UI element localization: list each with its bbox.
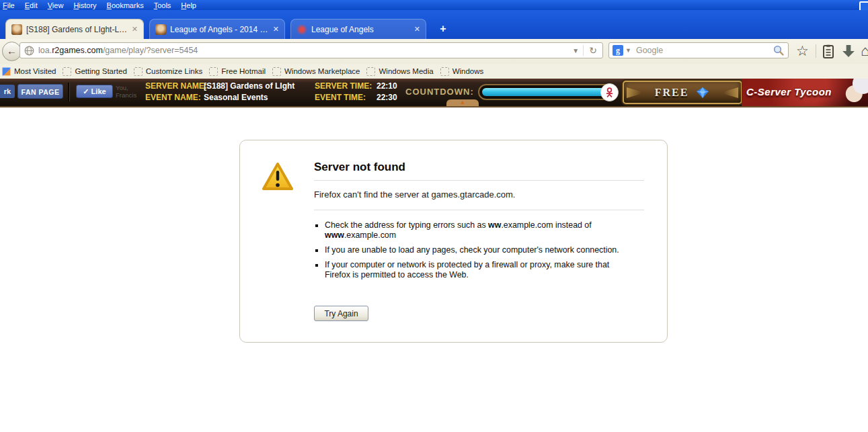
event-name-label: EVENT NAME:: [145, 93, 201, 102]
url-subdomain: loa.: [38, 46, 52, 55]
facebook-like-button[interactable]: ✓ Like: [76, 85, 113, 98]
event-name-value: Seasonal Events: [204, 93, 268, 102]
bookmark-customize-links[interactable]: Customize Links: [134, 67, 202, 76]
bookmark-label: Getting Started: [75, 67, 126, 75]
free-ornament-left: [627, 87, 641, 98]
toolbar-divider: [816, 44, 816, 58]
menu-file[interactable]: File: [3, 1, 15, 9]
google-engine-icon[interactable]: g: [613, 45, 623, 56]
bookmark-game-button-partial[interactable]: rk: [0, 85, 15, 98]
tab-league-of-angels[interactable]: League of Angels ✕: [290, 19, 426, 39]
free-diamonds-button[interactable]: FREE: [623, 81, 742, 104]
bookmark-placeholder-icon: [134, 67, 143, 76]
search-bar[interactable]: g ▼: [608, 42, 789, 58]
suggestion-item: If your computer or network is protected…: [325, 260, 635, 280]
cserver-tycoon-banner[interactable]: C-Server Tycoon: [742, 79, 868, 106]
progress-badge[interactable]: [600, 83, 619, 101]
tab-title: [S188] Gardens of LIght-Leag...: [26, 25, 128, 34]
home-icon[interactable]: ⌂: [861, 43, 868, 59]
error-suggestions-list: Check the address for typing errors such…: [314, 220, 635, 280]
suggestion-text: Check the address for typing errors such…: [325, 220, 488, 230]
error-dialog: Server not found Firefox can't find the …: [239, 140, 668, 343]
tab-title: League of Angels: [311, 25, 410, 34]
url-history-dropdown-icon[interactable]: ▼: [568, 47, 583, 54]
search-input[interactable]: [635, 45, 769, 56]
countdown-label: COUNTDOWN:: [405, 87, 474, 97]
suggestion-bold: ww: [488, 220, 501, 230]
tab-close-icon[interactable]: ✕: [273, 25, 279, 34]
suggestion-bold: www: [325, 230, 344, 240]
bookmark-label: Free Hotmail: [221, 67, 266, 75]
bookmarks-toolbar: Most Visited Getting Started Customize L…: [0, 64, 868, 80]
bookmark-label: Windows: [452, 67, 484, 75]
bookmark-placeholder-icon: [440, 67, 449, 76]
tab-close-icon[interactable]: ✕: [132, 25, 138, 34]
bookmark-windows[interactable]: Windows: [440, 67, 484, 76]
tab-close-icon[interactable]: ✕: [414, 25, 420, 34]
new-tab-button[interactable]: +: [436, 21, 450, 36]
tab-league-of-angels-2014[interactable]: League of Angels - 2014 Most... ✕: [149, 19, 285, 39]
collapse-arrow-icon: ▲: [446, 99, 479, 105]
event-time-label: EVENT TIME:: [315, 93, 366, 102]
fan-page-button[interactable]: FAN PAGE: [17, 84, 63, 99]
banner-title: C-Server Tycoon: [746, 86, 832, 97]
bookmark-star-icon[interactable]: ☆: [796, 43, 809, 59]
warning-triangle-icon: [262, 162, 294, 191]
url-domain: r2games.com: [52, 46, 103, 55]
bookmark-placeholder-icon: [366, 67, 375, 76]
search-magnifier-icon[interactable]: [773, 45, 784, 56]
bookmark-label: Windows Marketplace: [284, 67, 360, 75]
collapse-toggle[interactable]: ▲: [446, 99, 479, 106]
tab-favicon-avatar-icon: [11, 24, 22, 35]
tab-title: League of Angels - 2014 Most...: [170, 25, 269, 34]
server-time-label: SERVER TIME:: [315, 81, 372, 91]
reload-icon[interactable]: ↻: [583, 45, 602, 56]
social-line2: Francis: [116, 91, 136, 99]
search-engine-dropdown-icon[interactable]: ▼: [625, 47, 631, 54]
countdown-progress-bar: [478, 84, 617, 100]
bookmark-windows-marketplace[interactable]: Windows Marketplace: [272, 67, 360, 76]
red-character-icon: [604, 87, 615, 98]
server-name-value: [S188] Gardens of LIght: [204, 81, 294, 91]
navigation-toolbar: ← loa.r2games.com/game/play/?server=5454…: [0, 39, 868, 64]
free-label: FREE: [655, 87, 689, 99]
try-again-button[interactable]: Try Again: [314, 306, 368, 321]
menu-bookmarks[interactable]: Bookmarks: [107, 1, 144, 9]
bookmark-placeholder-icon: [63, 67, 71, 76]
bookmark-free-hotmail[interactable]: Free Hotmail: [209, 67, 266, 76]
server-name-label: SERVER NAME:: [145, 81, 207, 91]
menu-help[interactable]: Help: [181, 1, 196, 9]
menu-tools[interactable]: Tools: [154, 1, 171, 9]
bookmark-label: Most Visited: [14, 67, 56, 75]
tab-strip: [S188] Gardens of LIght-Leag... ✕ League…: [0, 10, 868, 39]
tab-gardens-of-light[interactable]: [S188] Gardens of LIght-Leag... ✕: [5, 19, 144, 39]
bookmark-getting-started[interactable]: Getting Started: [63, 67, 126, 76]
downloads-icon[interactable]: [842, 44, 855, 58]
url-path: /game/play/?server=5454: [103, 46, 198, 55]
gamebar-divider: [68, 83, 69, 101]
menu-history[interactable]: History: [73, 1, 96, 9]
social-line1: You,: [116, 84, 136, 91]
bookmark-windows-media[interactable]: Windows Media: [366, 67, 433, 76]
bookmark-label: Windows Media: [379, 67, 433, 75]
globe-icon: [24, 46, 34, 56]
most-visited-folder-icon: [2, 67, 11, 76]
menu-edit[interactable]: Edit: [25, 1, 38, 9]
progress-fill: [482, 88, 606, 96]
url-bar[interactable]: loa.r2games.com/game/play/?server=5454 ▼…: [19, 42, 603, 58]
server-time-value: 22:10: [377, 81, 397, 91]
bookmark-placeholder-icon: [209, 67, 218, 76]
back-button[interactable]: ←: [2, 42, 22, 61]
error-description: Firefox can't find the server at games.g…: [314, 181, 644, 210]
suggestion-item: If you are unable to load any pages, che…: [325, 245, 635, 255]
suggestion-text: .example.com: [344, 230, 396, 240]
bookmarks-menu-icon[interactable]: [822, 44, 835, 59]
bookmark-most-visited[interactable]: Most Visited: [2, 67, 56, 76]
page-content: Server not found Firefox can't find the …: [0, 107, 868, 432]
free-ornament-right: [723, 87, 738, 98]
error-title: Server not found: [314, 161, 644, 181]
tab-favicon-avatar-icon: [155, 24, 166, 35]
suggestion-item: Check the address for typing errors such…: [325, 220, 635, 241]
menu-view[interactable]: View: [48, 1, 64, 9]
bookmark-placeholder-icon: [272, 67, 281, 76]
